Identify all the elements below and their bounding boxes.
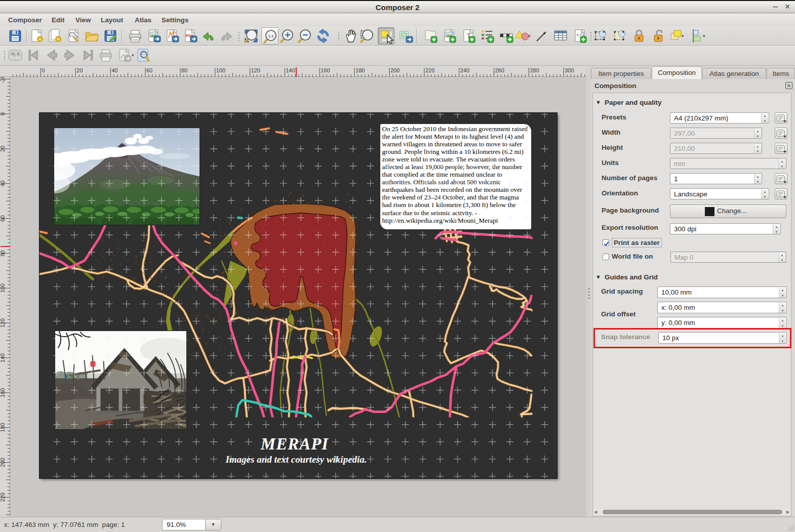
svg-text:200: 200 bbox=[390, 67, 400, 73]
svg-text:0: 0 bbox=[42, 67, 45, 73]
svg-text:80: 80 bbox=[0, 250, 6, 256]
svg-text:0: 0 bbox=[0, 112, 6, 115]
svg-text:60: 60 bbox=[146, 67, 152, 73]
svg-text:240: 240 bbox=[460, 67, 469, 73]
svg-text:200: 200 bbox=[0, 458, 6, 467]
svg-text:40: 40 bbox=[111, 67, 117, 73]
svg-text:280: 280 bbox=[530, 67, 539, 73]
svg-text:180: 180 bbox=[0, 423, 6, 432]
svg-text:1:1: 1:1 bbox=[268, 34, 274, 38]
svg-text:180: 180 bbox=[355, 67, 365, 73]
svg-text:40: 40 bbox=[0, 181, 6, 187]
svg-text:-20: -20 bbox=[0, 77, 6, 83]
svg-text:100: 100 bbox=[0, 283, 6, 293]
svg-text:80: 80 bbox=[181, 67, 187, 73]
svg-text:120: 120 bbox=[251, 67, 260, 73]
svg-text:60: 60 bbox=[0, 215, 6, 221]
svg-text:160: 160 bbox=[321, 67, 330, 73]
svg-text:220: 220 bbox=[0, 493, 6, 502]
svg-text:20: 20 bbox=[0, 146, 6, 152]
svg-text:140: 140 bbox=[0, 353, 6, 362]
svg-text:100: 100 bbox=[216, 67, 225, 73]
svg-text:120: 120 bbox=[0, 318, 6, 328]
svg-text:300: 300 bbox=[565, 67, 574, 73]
svg-text:260: 260 bbox=[495, 67, 504, 73]
svg-text:220: 220 bbox=[425, 67, 434, 73]
svg-text:20: 20 bbox=[76, 67, 83, 73]
svg-text:140: 140 bbox=[286, 67, 295, 73]
svg-text:160: 160 bbox=[0, 388, 6, 397]
